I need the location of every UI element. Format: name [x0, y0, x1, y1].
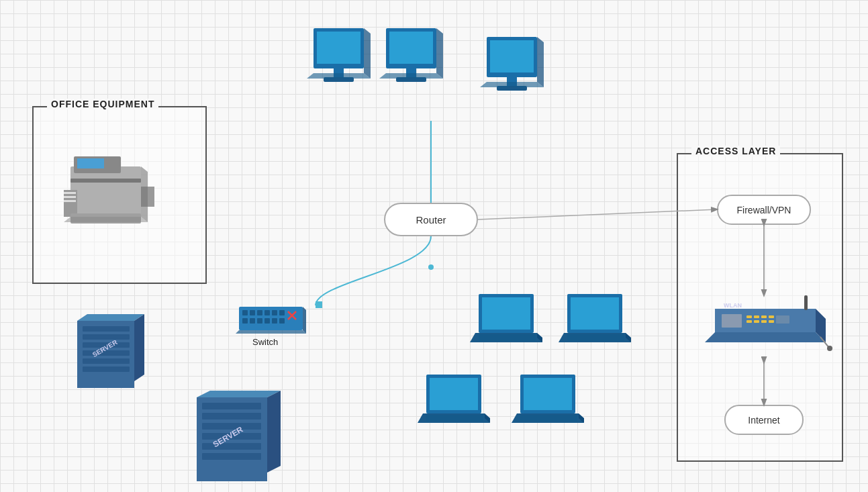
svg-rect-42 — [520, 415, 577, 422]
svg-rect-52 — [250, 318, 255, 324]
svg-rect-14 — [406, 68, 416, 79]
svg-rect-49 — [272, 310, 277, 315]
access-layer-label: ACCESS LAYER — [691, 146, 780, 156]
svg-rect-78 — [83, 342, 130, 348]
router-node[interactable]: Router — [384, 203, 478, 236]
svg-rect-9 — [324, 77, 354, 82]
svg-rect-20 — [507, 77, 517, 87]
svg-rect-51 — [242, 318, 248, 324]
svg-marker-11 — [364, 28, 371, 79]
svg-marker-75 — [134, 314, 144, 381]
svg-marker-17 — [436, 28, 443, 79]
svg-rect-34 — [426, 375, 481, 413]
svg-marker-28 — [537, 333, 542, 342]
router-label: Router — [416, 214, 446, 226]
svg-rect-76 — [83, 326, 130, 332]
svg-rect-30 — [571, 297, 619, 330]
svg-marker-31 — [559, 333, 631, 342]
svg-rect-6 — [314, 28, 364, 68]
svg-rect-81 — [83, 366, 130, 372]
svg-rect-13 — [389, 32, 433, 64]
firewall-label: Firewall/VPN — [737, 205, 791, 215]
svg-rect-54 — [264, 318, 270, 324]
svg-line-57 — [288, 311, 296, 319]
svg-rect-8 — [334, 68, 344, 79]
svg-rect-15 — [396, 77, 426, 82]
internet-node[interactable]: Internet — [724, 405, 804, 435]
office-equipment-label: OFFICE EQUIPMENT — [47, 99, 158, 109]
svg-marker-26 — [470, 333, 542, 342]
svg-marker-33 — [626, 333, 631, 342]
svg-rect-39 — [520, 375, 575, 413]
svg-rect-73 — [77, 321, 134, 388]
svg-marker-16 — [379, 73, 443, 79]
svg-rect-55 — [272, 318, 277, 324]
svg-marker-23 — [537, 37, 544, 87]
svg-marker-85 — [267, 391, 281, 473]
svg-rect-56 — [279, 318, 285, 324]
svg-marker-84 — [197, 391, 281, 397]
svg-rect-86 — [202, 403, 261, 409]
svg-point-3 — [428, 264, 434, 270]
svg-rect-35 — [430, 378, 478, 410]
svg-rect-1 — [316, 301, 322, 308]
switch-icon — [236, 307, 306, 334]
svg-rect-53 — [257, 318, 262, 324]
svg-rect-79 — [83, 350, 130, 356]
svg-rect-27 — [479, 334, 536, 341]
switch-label: Switch — [252, 337, 278, 347]
svg-marker-43 — [579, 413, 584, 423]
svg-text:SERVER: SERVER — [91, 338, 119, 358]
svg-rect-48 — [264, 310, 270, 315]
svg-rect-91 — [202, 453, 261, 460]
svg-rect-45 — [242, 310, 248, 315]
svg-marker-59 — [236, 330, 306, 334]
svg-rect-90 — [202, 443, 261, 450]
svg-rect-37 — [426, 415, 483, 422]
svg-marker-41 — [512, 413, 584, 423]
svg-marker-60 — [303, 307, 306, 334]
svg-rect-12 — [386, 28, 436, 68]
svg-rect-7 — [317, 32, 360, 64]
office-equipment-box: OFFICE EQUIPMENT — [32, 106, 207, 284]
internet-label: Internet — [748, 415, 779, 426]
svg-rect-89 — [202, 433, 261, 440]
svg-rect-80 — [83, 358, 130, 364]
svg-text:SERVER: SERVER — [211, 424, 245, 449]
firewall-node[interactable]: Firewall/VPN — [717, 195, 811, 225]
svg-marker-22 — [480, 82, 544, 87]
svg-rect-19 — [490, 40, 534, 72]
svg-marker-74 — [77, 314, 144, 321]
svg-rect-40 — [524, 378, 572, 410]
svg-rect-47 — [257, 310, 262, 315]
svg-rect-83 — [197, 397, 267, 481]
svg-rect-21 — [497, 86, 527, 91]
svg-rect-77 — [83, 334, 130, 340]
svg-rect-24 — [479, 294, 534, 333]
svg-marker-38 — [485, 413, 490, 423]
svg-rect-29 — [567, 294, 622, 333]
svg-rect-46 — [250, 310, 255, 315]
svg-rect-25 — [482, 297, 530, 330]
svg-line-58 — [288, 311, 296, 319]
svg-rect-88 — [202, 423, 261, 430]
diagram-canvas: OFFICE EQUIPMENT ACCESS LAYER Router Fir… — [0, 0, 868, 492]
svg-marker-10 — [307, 73, 371, 79]
svg-rect-87 — [202, 413, 261, 420]
svg-rect-32 — [567, 334, 624, 341]
svg-rect-18 — [487, 37, 537, 77]
svg-rect-50 — [279, 310, 285, 315]
svg-marker-36 — [418, 413, 490, 423]
svg-rect-44 — [239, 307, 303, 330]
